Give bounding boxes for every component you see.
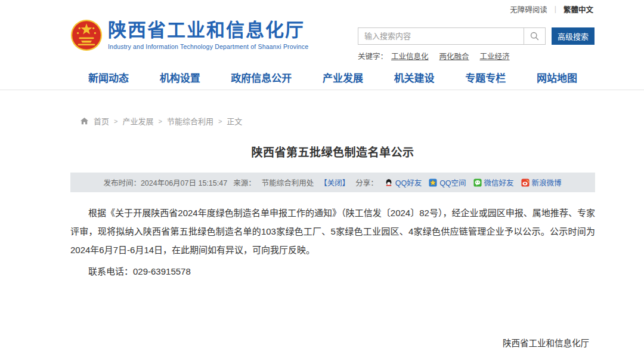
qzone-icon: [429, 179, 437, 187]
nav-item-industry[interactable]: 产业发展: [323, 70, 363, 85]
close-button[interactable]: 【关闭】: [320, 177, 349, 188]
breadcrumb-industry[interactable]: 产业发展: [122, 115, 153, 127]
breadcrumb-energy[interactable]: 节能综合利用: [167, 115, 213, 127]
publish-time: 发布时间：2024年06月07日 15:15:47: [103, 177, 227, 188]
nav-item-special[interactable]: 专题专栏: [465, 70, 506, 85]
share-weibo-label: 新浪微博: [532, 177, 562, 188]
nav-item-agency[interactable]: 机关建设: [394, 70, 435, 85]
site-header: 陕西省工业和信息化厅 Industry and Information Tech…: [70, 18, 595, 64]
search-area: 高级搜索 关键字： 工业信息化 两化融合 工业经济: [358, 27, 595, 61]
keywords-label: 关键字：: [358, 50, 388, 61]
breadcrumb-home[interactable]: 首页: [94, 115, 109, 127]
article-paragraph: 根据《关于开展陕西省2024年度绿色制造名单申报工作的通知》（陕工信发〔2024…: [70, 204, 595, 259]
contact-phone: 联系电话：029-63915578: [70, 263, 595, 281]
traditional-chinese-link[interactable]: 繁體中文: [564, 4, 593, 15]
hot-keywords: 关键字： 工业信息化 两化融合 工业经济: [358, 50, 595, 61]
article-page: 首页 > 产业发展 > 节能综合利用 > 正文 陕西省第五批绿色制造名单公示 发…: [70, 115, 595, 360]
article-meta-bar: 发布时间：2024年06月07日 15:15:47 来源： 节能综合利用处 【关…: [70, 173, 595, 192]
top-utility-bar: 无障碍阅读 | 繁體中文: [0, 0, 644, 18]
breadcrumb-separator: >: [158, 118, 162, 125]
search-icon[interactable]: [524, 28, 545, 44]
home-icon: [80, 116, 89, 125]
search-box: [358, 27, 546, 45]
breadcrumb-separator: >: [114, 118, 117, 125]
share-wechat[interactable]: 微信好友: [473, 177, 514, 188]
signature-block: 陕西省工业和信息化厅 2024年6月7日: [70, 336, 595, 360]
site-title: 陕西省工业和信息化厅: [108, 20, 308, 41]
advanced-search-button[interactable]: 高级搜索: [552, 27, 595, 45]
wechat-icon: [473, 179, 482, 187]
source-label: 来源：: [233, 177, 256, 188]
site-subtitle: Industry and Information Technology Depa…: [108, 43, 308, 50]
site-brand[interactable]: 陕西省工业和信息化厅 Industry and Information Tech…: [70, 19, 308, 51]
share-qq-friend-label: QQ好友: [395, 177, 422, 188]
nav-item-gov-info[interactable]: 政府信息公开: [231, 70, 292, 85]
nav-item-sitemap[interactable]: 网站地图: [537, 70, 577, 85]
share-wechat-label: 微信好友: [484, 177, 514, 188]
breadcrumb-current: 正文: [227, 115, 242, 127]
breadcrumb-separator: >: [218, 118, 222, 125]
keyword-link[interactable]: 工业经济: [480, 50, 510, 61]
share-qzone-label: QQ空间: [439, 177, 466, 188]
nav-item-organization[interactable]: 机构设置: [160, 70, 200, 85]
signature-name: 陕西省工业和信息化厅: [70, 336, 595, 349]
keyword-link[interactable]: 工业信息化: [391, 50, 429, 61]
share-qzone[interactable]: QQ空间: [429, 177, 466, 188]
nav-item-news[interactable]: 新闻动态: [88, 70, 129, 85]
share-weibo[interactable]: 新浪微博: [521, 177, 562, 188]
topbar-separator: |: [555, 5, 556, 13]
weibo-icon: [521, 179, 530, 187]
brand-text: 陕西省工业和信息化厅 Industry and Information Tech…: [108, 20, 308, 50]
national-emblem-icon: [70, 19, 103, 51]
article-title: 陕西省第五批绿色制造名单公示: [70, 143, 595, 159]
breadcrumb: 首页 > 产业发展 > 节能综合利用 > 正文: [70, 115, 595, 127]
share-qq-friend[interactable]: QQ好友: [385, 177, 422, 188]
accessibility-link[interactable]: 无障碍阅读: [510, 4, 547, 15]
source-value: 节能综合利用处: [262, 177, 314, 188]
search-input[interactable]: [358, 28, 524, 44]
main-nav: 新闻动态 机构设置 政府信息公开 产业发展 机关建设 专题专栏 网站地图: [0, 64, 644, 90]
keyword-link[interactable]: 两化融合: [439, 50, 469, 61]
qq-friend-icon: [385, 179, 393, 187]
share-label: 分享：: [355, 177, 378, 188]
